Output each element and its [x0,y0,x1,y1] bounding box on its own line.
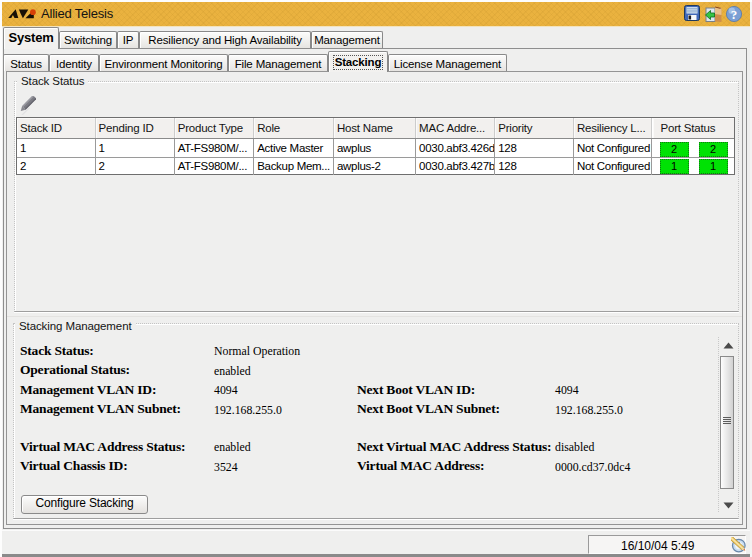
svg-text:?: ? [731,7,738,22]
